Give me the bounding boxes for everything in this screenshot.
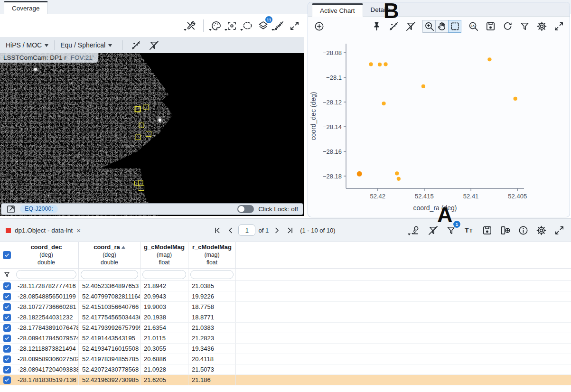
palette-icon[interactable] — [210, 19, 222, 32]
source-marker[interactable] — [144, 105, 149, 110]
table-row[interactable]: -28.1211887382149452.4193471601550820.30… — [0, 344, 571, 354]
svg-text:T: T — [464, 226, 468, 234]
marker-off-icon[interactable] — [387, 20, 400, 32]
source-marker[interactable] — [136, 135, 141, 140]
save-icon[interactable] — [484, 20, 496, 32]
scatter-chart[interactable]: −28.08−28.1−28.12−28.14−28.16−28.1852.42… — [308, 36, 570, 217]
source-marker[interactable] — [139, 185, 144, 191]
filter-off-icon[interactable] — [404, 20, 417, 32]
column-header-coord_ra[interactable]: coord_ra (deg)double — [79, 242, 140, 268]
data-point[interactable] — [384, 62, 387, 66]
info-icon[interactable] — [517, 224, 529, 236]
row-checkbox-cell — [0, 344, 14, 354]
table-row[interactable]: -28.0854885650119952.40799708281116420.9… — [0, 291, 571, 302]
data-point[interactable] — [514, 97, 517, 101]
recenter-icon[interactable] — [225, 19, 238, 32]
filter-cell — [79, 269, 140, 280]
data-point[interactable] — [369, 62, 373, 66]
circle-plus-icon[interactable] — [313, 20, 325, 32]
table-row[interactable]: -28.1172878277741652.4052336489765321.89… — [0, 281, 571, 291]
pan-hand-icon[interactable] — [435, 20, 449, 33]
projection-dropdown[interactable]: Equ / Spherical — [60, 41, 112, 49]
table-row[interactable]: -28.1072773666028152.4151035664076619.90… — [0, 302, 571, 312]
filter-icon[interactable]: 1 — [445, 224, 457, 236]
column-header-g_cModelMag[interactable]: g_cModelMag (mag)float — [140, 242, 188, 268]
add-column-icon[interactable] — [499, 224, 511, 236]
tab-details[interactable]: Details — [363, 3, 398, 16]
settings-icon[interactable] — [535, 224, 547, 236]
table-row[interactable]: -28.182254403123252.41775456503443620.19… — [0, 312, 571, 323]
filter-off-icon[interactable] — [148, 39, 160, 51]
row-checkbox[interactable] — [3, 293, 11, 300]
expand-icon[interactable] — [552, 20, 565, 32]
data-point[interactable] — [421, 84, 425, 88]
x-tick-label: 52.41 — [463, 193, 479, 200]
click-lock-toggle[interactable] — [237, 205, 254, 213]
inspect-icon[interactable] — [409, 224, 421, 236]
zoom-1x-icon[interactable]: 1X — [467, 20, 479, 32]
source-marker[interactable] — [139, 123, 144, 128]
hips-moc-dropdown[interactable]: HiPS / MOC — [6, 41, 48, 49]
external-link-icon[interactable] — [6, 205, 16, 214]
restore-icon[interactable] — [501, 20, 514, 32]
source-marker[interactable] — [146, 131, 151, 137]
row-checkbox[interactable] — [3, 303, 11, 311]
filter-off-icon[interactable] — [427, 224, 439, 236]
table-row[interactable]: -28.08941784507957452.419144354319521.01… — [0, 333, 571, 344]
row-checkbox[interactable] — [3, 335, 11, 342]
settings-icon[interactable] — [535, 20, 548, 32]
table-row[interactable]: -28.08958930602750252.4197839485578520.6… — [0, 354, 571, 364]
row-checkbox[interactable] — [3, 345, 11, 353]
prev-page-icon[interactable] — [225, 225, 235, 235]
lasso-icon[interactable] — [241, 19, 253, 32]
close-icon[interactable]: × — [76, 226, 81, 234]
zoom-in-icon[interactable] — [422, 20, 436, 33]
table-row[interactable]: -28.17784389107647852.41793992675799521.… — [0, 323, 571, 333]
table-row[interactable]: -28.1781830519713652.4219639273098521.62… — [0, 375, 571, 385]
table-cell: -28.12118873821494 — [14, 344, 79, 354]
layers-icon[interactable]: 11 — [257, 19, 269, 32]
mode-button-group — [422, 20, 461, 33]
select-area-icon[interactable] — [448, 20, 461, 33]
tab-coverage[interactable]: Coverage — [4, 1, 48, 14]
measure-off-icon[interactable] — [272, 19, 285, 32]
first-page-icon[interactable] — [212, 225, 222, 235]
next-page-icon[interactable] — [271, 225, 282, 235]
expand-icon[interactable] — [288, 19, 300, 32]
source-marker[interactable] — [135, 106, 141, 112]
filter-input-r_cModelMag[interactable] — [190, 270, 234, 279]
row-checkbox[interactable] — [3, 376, 11, 384]
marker-off-icon[interactable] — [130, 39, 142, 51]
data-point[interactable] — [487, 57, 491, 61]
sky-image-view[interactable]: LSSTComCam: DP1 rFOV:21' EQ-J2000: Click… — [0, 53, 304, 216]
data-point[interactable] — [382, 102, 385, 105]
expand-icon[interactable] — [553, 224, 565, 236]
data-point[interactable] — [397, 177, 401, 181]
table-row[interactable]: -28.08941720409383852.4207243077856821.0… — [0, 364, 571, 375]
filter-input-coord_ra[interactable] — [81, 270, 138, 279]
table-tab[interactable]: dp1.Object - data-int × — [6, 226, 139, 234]
column-header-r_cModelMag[interactable]: r_cModelMag (mag)float — [188, 242, 236, 268]
page-input[interactable] — [238, 224, 255, 236]
tools-icon[interactable] — [185, 19, 197, 32]
filter-input-g_cModelMag[interactable] — [142, 270, 186, 279]
row-checkbox[interactable] — [3, 324, 11, 332]
filter-input-coord_dec[interactable] — [16, 270, 76, 279]
save-icon[interactable] — [481, 224, 493, 236]
row-checkbox[interactable] — [3, 314, 11, 321]
column-header-coord_dec[interactable]: coord_dec (deg)double — [14, 242, 79, 268]
row-checkbox[interactable] — [3, 282, 11, 290]
source-marker[interactable] — [138, 180, 143, 186]
data-point[interactable] — [395, 171, 399, 175]
tab-active-chart[interactable]: Active Chart — [312, 3, 363, 17]
data-point[interactable] — [378, 63, 382, 66]
row-checkbox[interactable] — [3, 355, 11, 363]
filter-icon[interactable] — [518, 20, 531, 32]
filter-icon[interactable] — [3, 271, 11, 279]
data-point-selected[interactable] — [357, 171, 362, 177]
pin-icon[interactable] — [370, 20, 383, 32]
select-all-checkbox[interactable] — [3, 251, 11, 259]
text-view-icon[interactable]: TT — [463, 224, 475, 236]
row-checkbox[interactable] — [3, 366, 11, 373]
last-page-icon[interactable] — [285, 225, 295, 235]
